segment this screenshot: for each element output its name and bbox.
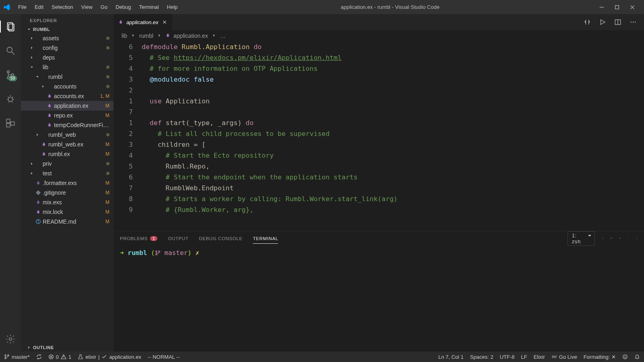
status-position[interactable]: Ln 7, Col 1	[438, 354, 464, 360]
tree-item-rumbl_web-ex[interactable]: rumbl_web.exM	[21, 140, 114, 149]
tree-item-deps[interactable]: deps	[21, 53, 114, 62]
status-syntax[interactable]: Elixir	[534, 354, 545, 360]
kill-terminal-icon[interactable]	[619, 238, 620, 239]
tree-item-accounts[interactable]: accounts	[21, 82, 114, 91]
menu-debug[interactable]: Debug	[112, 2, 134, 12]
breadcrumb-item[interactable]: application.ex	[173, 33, 208, 39]
editor-body[interactable]: 6543217123456789 defmodule Rumbl.Applica…	[114, 41, 644, 231]
status-spaces[interactable]: Spaces: 2	[470, 354, 493, 360]
sidebar-section-outline[interactable]: OUTLINE	[21, 343, 114, 352]
breadcrumb-item[interactable]: rumbl	[139, 33, 153, 39]
gutter: 6543217123456789	[114, 41, 142, 231]
svg-point-32	[155, 251, 157, 253]
status-sync[interactable]	[36, 354, 42, 360]
breadcrumb-item[interactable]: lib	[122, 33, 127, 39]
svg-point-34	[158, 251, 160, 253]
status-eol[interactable]: LF	[521, 354, 527, 360]
menu-help[interactable]: Help	[163, 2, 182, 12]
activity-debug[interactable]	[0, 90, 21, 107]
status-lang[interactable]: elixir | application.ex	[78, 354, 141, 360]
tree-item--gitignore[interactable]: .gitignoreM	[21, 188, 114, 197]
tree-item-mix-lock[interactable]: mix.lockM	[21, 207, 114, 217]
status-golive[interactable]: Go Live	[551, 354, 577, 360]
terminal-body[interactable]: ➜ rumbl ( master) ✗	[114, 246, 644, 352]
new-terminal-icon[interactable]	[602, 238, 603, 239]
maximize-icon[interactable]	[614, 4, 620, 10]
svg-rect-13	[6, 123, 10, 127]
smiley-icon	[622, 354, 628, 360]
panel-tab-problems[interactable]: PROBLEMS1	[120, 234, 157, 243]
menu-terminal[interactable]: Terminal	[135, 2, 162, 12]
tab-application-ex[interactable]: application.ex	[114, 14, 173, 30]
activity-extensions[interactable]	[0, 115, 21, 132]
scm-badge: 59	[8, 76, 17, 81]
git-branch-icon	[155, 250, 161, 256]
status-errors[interactable]: 0 1	[48, 354, 71, 360]
tree-item-priv[interactable]: priv	[21, 159, 114, 169]
close-icon[interactable]	[630, 4, 635, 10]
svg-point-23	[631, 22, 632, 23]
svg-rect-14	[11, 122, 14, 125]
code[interactable]: defmodule Rumbl.Application do # See htt…	[142, 41, 644, 231]
panel-tab-terminal[interactable]: TERMINAL	[253, 234, 278, 244]
status-branch[interactable]: master*	[4, 354, 30, 360]
svg-point-42	[553, 356, 555, 358]
menu-edit[interactable]: Edit	[31, 2, 47, 12]
menu-go[interactable]: Go	[97, 2, 111, 12]
split-terminal-icon[interactable]	[611, 238, 612, 239]
status-encoding[interactable]: UTF-8	[500, 354, 515, 360]
run-icon[interactable]	[599, 19, 606, 26]
tree-item-test[interactable]: test	[21, 169, 114, 178]
sync-icon	[36, 354, 42, 360]
split-editor-icon[interactable]	[614, 19, 621, 26]
tree-item-lib[interactable]: lib	[21, 62, 114, 72]
maximize-panel-icon[interactable]	[627, 238, 629, 239]
tree-item-tempCodeRunnerFil-[interactable]: tempCodeRunnerFil…	[21, 120, 114, 130]
menu-view[interactable]: View	[78, 2, 96, 12]
section-label: RUMBL	[33, 27, 50, 32]
breadcrumb-item[interactable]: …	[220, 33, 226, 39]
status-feedback[interactable]	[622, 354, 628, 360]
panel-tab-debug[interactable]: DEBUG CONSOLE	[199, 234, 242, 243]
svg-point-24	[633, 22, 634, 23]
tree-item-config[interactable]: config	[21, 43, 114, 53]
git-branch-icon	[4, 354, 10, 360]
tree-item-accounts-ex[interactable]: accounts.ex1, M	[21, 91, 114, 101]
editor-area: application.ex librumblapplication.ex… 6…	[114, 14, 644, 352]
tree-item-assets[interactable]: assets	[21, 33, 114, 43]
close-panel-icon[interactable]	[636, 238, 638, 239]
status-formatting[interactable]: Formatting: ✕	[584, 354, 616, 360]
tree-item-application-ex[interactable]: application.exM	[21, 101, 114, 111]
outline-label: OUTLINE	[33, 345, 54, 350]
tabs-row: application.ex	[114, 14, 644, 30]
activity-settings[interactable]	[0, 331, 21, 348]
tree-item-rumbl[interactable]: rumbl	[21, 72, 114, 82]
breadcrumbs[interactable]: librumblapplication.ex…	[114, 30, 644, 41]
tree-item-repo-ex[interactable]: repo.exM	[21, 111, 114, 120]
panel-tab-output[interactable]: OUTPUT	[168, 234, 188, 243]
sidebar: EXPLORER RUMBL assetsconfigdepslibrumbla…	[21, 14, 114, 352]
terminal-select[interactable]: 1: zsh	[568, 231, 595, 246]
minimize-icon[interactable]	[599, 4, 605, 10]
close-icon[interactable]	[162, 19, 167, 25]
menu-selection[interactable]: Selection	[48, 2, 76, 12]
tree-item-README-md[interactable]: README.mdM	[21, 217, 114, 226]
activity-explorer[interactable]	[0, 18, 21, 35]
status-bell[interactable]	[634, 354, 640, 360]
svg-point-36	[5, 358, 6, 359]
compare-icon[interactable]	[584, 19, 591, 26]
broadcast-icon	[551, 354, 557, 360]
tree-item-rumbl-ex[interactable]: rumbl.exM	[21, 149, 114, 159]
svg-point-18	[38, 220, 39, 221]
tree-item-rumbl_web[interactable]: rumbl_web	[21, 130, 114, 140]
tree-item-mix-exs[interactable]: mix.exsM	[21, 197, 114, 207]
tree-item--formatter-exs[interactable]: .formatter.exsM	[21, 178, 114, 188]
activity-scm[interactable]: 59	[0, 66, 21, 83]
sidebar-section-rumbl[interactable]: RUMBL	[21, 25, 114, 33]
chevron-right-icon	[27, 345, 31, 350]
more-icon[interactable]	[630, 19, 637, 26]
activitybar: 59	[0, 14, 21, 352]
prompt: ➜ rumbl ( master) ✗	[120, 249, 199, 257]
menu-file[interactable]: File	[14, 2, 30, 12]
activity-search[interactable]	[0, 42, 21, 59]
